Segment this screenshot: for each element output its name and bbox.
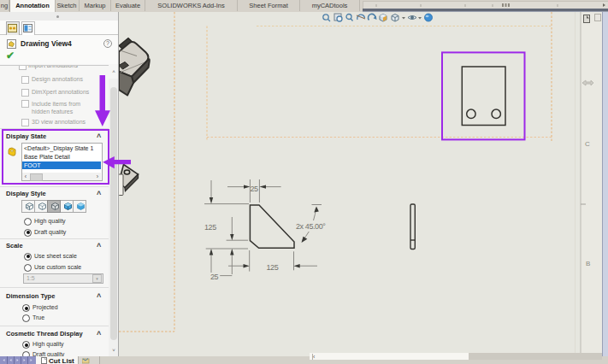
svg-text:125: 125	[267, 263, 279, 272]
svg-text:C: C	[585, 140, 590, 148]
svg-text:25: 25	[251, 185, 259, 193]
svg-text:2x 45.00°: 2x 45.00°	[296, 222, 326, 231]
svg-text:B: B	[586, 260, 590, 267]
svg-text:125: 125	[204, 223, 216, 232]
svg-text:25: 25	[210, 273, 219, 281]
